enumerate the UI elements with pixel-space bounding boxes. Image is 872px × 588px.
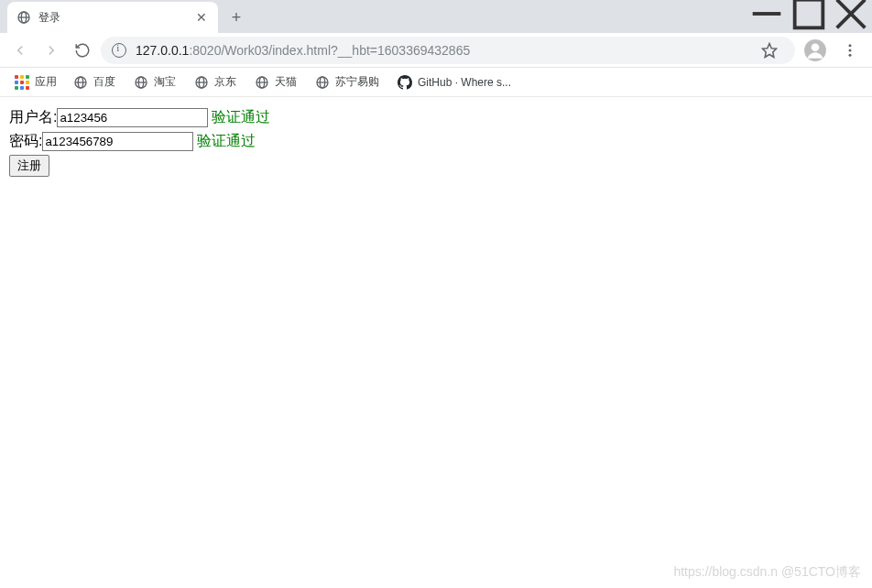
watermark: https://blog.csdn.n @51CTO博客 [673,564,861,581]
menu-button[interactable] [835,36,865,65]
password-validation-msg: 验证通过 [197,133,256,148]
password-label: 密码: [9,133,42,148]
bookmark-github[interactable]: GitHub · Where s... [390,71,518,93]
username-row: 用户名:验证通过 [9,106,863,128]
bookmark-label: 天猫 [275,74,297,90]
apps-label: 应用 [35,74,57,90]
username-validation-msg: 验证通过 [212,109,270,125]
svg-point-12 [849,53,852,56]
bookmarks-bar: 应用 百度 淘宝 京东 天猫 苏宁易购 GitHub · Where s... [0,68,872,97]
bookmark-star-button[interactable] [755,36,784,65]
bookmark-jd[interactable]: 京东 [187,71,244,93]
window-controls [746,0,872,27]
url-path: :8020/Work03/index.html?__hbt=1603369432… [189,43,470,58]
password-input[interactable] [42,132,193,151]
globe-icon [315,75,330,90]
tab-title: 登录 [38,10,187,26]
close-tab-button[interactable]: ✕ [194,10,209,25]
globe-icon [73,75,88,90]
globe-icon [194,75,209,90]
bookmark-baidu[interactable]: 百度 [66,71,123,93]
register-button[interactable]: 注册 [9,155,49,177]
bookmark-taobao[interactable]: 淘宝 [126,71,183,93]
password-row: 密码:验证通过 [9,130,863,152]
github-icon [398,75,412,90]
forward-button[interactable] [38,38,64,63]
page-content: 用户名:验证通过 密码:验证通过 注册 [0,97,872,188]
apps-icon [15,75,29,90]
apps-button[interactable]: 应用 [9,71,62,93]
svg-marker-7 [763,43,777,57]
svg-point-10 [849,44,852,47]
globe-icon [255,75,269,90]
browser-toolbar: 127.0.0.1:8020/Work03/index.html?__hbt=1… [0,33,872,68]
svg-point-11 [849,49,852,51]
tab-strip: 登录 ✕ + [0,0,872,33]
browser-tab[interactable]: 登录 ✕ [7,2,218,33]
minimize-button[interactable] [746,0,788,27]
svg-rect-1 [795,0,823,27]
bookmark-label: 百度 [93,74,115,90]
bookmark-suning[interactable]: 苏宁易购 [308,71,387,93]
close-window-button[interactable] [830,0,872,27]
bookmark-label: 京东 [214,74,236,90]
globe-icon [16,10,31,25]
bookmark-label: 淘宝 [154,74,176,90]
svg-point-9 [812,43,820,51]
bookmark-tmall[interactable]: 天猫 [247,71,304,93]
new-tab-button[interactable]: + [223,5,249,30]
submit-row: 注册 [9,154,863,177]
globe-icon [134,75,148,90]
bookmark-label: GitHub · Where s... [418,76,511,89]
maximize-button[interactable] [788,0,830,27]
reload-button[interactable] [70,38,95,63]
address-bar[interactable]: 127.0.0.1:8020/Work03/index.html?__hbt=1… [101,37,795,64]
bookmark-label: 苏宁易购 [335,74,379,90]
url-host: 127.0.0.1 [136,43,189,58]
url-text: 127.0.0.1:8020/Work03/index.html?__hbt=1… [136,43,746,58]
username-input[interactable] [57,108,208,127]
username-label: 用户名: [9,109,57,125]
site-info-icon[interactable] [112,43,126,58]
back-button[interactable] [7,38,33,63]
profile-button[interactable] [801,36,830,65]
